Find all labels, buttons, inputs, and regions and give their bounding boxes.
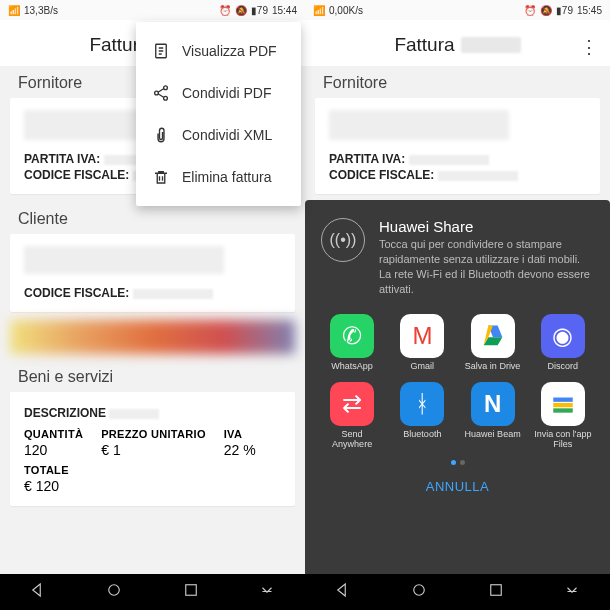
share-app-huawei-beam[interactable]: NHuawei Beam (462, 382, 524, 450)
share-app-discord[interactable]: ◉Discord (532, 314, 594, 372)
menu-share-xml[interactable]: Condividi XML (136, 114, 301, 156)
redacted-supplier (329, 110, 509, 140)
trash-icon (152, 168, 170, 186)
menu-label: Condividi PDF (182, 85, 271, 101)
attachment-icon (152, 126, 170, 144)
huawei-share-icon: ((•)) (321, 218, 365, 262)
status-bar: 📶 0,00K/s ⏰ 🔕 ▮79 15:45 (305, 0, 610, 20)
share-app-bluetooth[interactable]: ᚼBluetooth (391, 382, 453, 450)
nav-recents[interactable] (182, 581, 200, 603)
svg-point-4 (109, 585, 120, 596)
share-sheet: ((•)) Huawei Share Tocca qui per condivi… (305, 200, 610, 574)
huawei-share-row[interactable]: ((•)) Huawei Share Tocca qui per condivi… (321, 218, 594, 296)
alarm-icon: ⏰ (219, 5, 231, 16)
price-header: PREZZO UNITARIO (101, 428, 206, 440)
client-label: Cliente (0, 202, 305, 234)
battery-icon: ▮79 (556, 5, 573, 16)
goods-card: DESCRIZIONE QUANTITÀ120 PREZZO UNITARIO€… (10, 392, 295, 506)
nav-home[interactable] (105, 581, 123, 603)
discord-icon: ◉ (541, 314, 585, 358)
nav-recents[interactable] (487, 581, 505, 603)
svg-point-6 (414, 585, 425, 596)
status-bar: 📶 13,3B/s ⏰ 🔕 ▮79 15:44 (0, 0, 305, 20)
cancel-button[interactable]: ANNULLA (321, 465, 594, 500)
mute-icon: 🔕 (235, 5, 247, 16)
client-taxcode-line: CODICE FISCALE: (24, 286, 281, 300)
drive-icon (471, 314, 515, 358)
alarm-icon: ⏰ (524, 5, 536, 16)
total-value: € 120 (24, 478, 69, 494)
iva-header: IVA (224, 428, 256, 440)
battery-icon: ▮79 (251, 5, 268, 16)
share-app-files[interactable]: Invia con l'app Files (532, 382, 594, 450)
menu-view-pdf[interactable]: Visualizza PDF (136, 30, 301, 72)
share-app-gmail[interactable]: MGmail (391, 314, 453, 372)
menu-label: Elimina fattura (182, 169, 271, 185)
supplier-label: Fornitore (305, 66, 610, 98)
huawei-share-desc: Tocca qui per condividere o stampare rap… (379, 237, 594, 296)
nav-down[interactable] (258, 581, 276, 603)
goods-label: Beni e servizi (0, 360, 305, 392)
whatsapp-icon: ✆ (330, 314, 374, 358)
clock: 15:44 (272, 5, 297, 16)
description-label: DESCRIZIONE (24, 406, 281, 420)
redacted-color-bar (10, 320, 295, 354)
document-icon (152, 42, 170, 60)
vat-line: PARTITA IVA: (329, 152, 586, 166)
qty-value: 120 (24, 442, 83, 458)
menu-delete-invoice[interactable]: Elimina fattura (136, 156, 301, 198)
sendanywhere-icon: ⇄ (330, 382, 374, 426)
phone-left: 📶 13,3B/s ⏰ 🔕 ▮79 15:44 Fattura Fornitor… (0, 0, 305, 610)
redacted-invoice-id (461, 37, 521, 53)
svg-rect-5 (185, 585, 196, 596)
supplier-card: PARTITA IVA: CODICE FISCALE: (315, 98, 600, 194)
client-card: CODICE FISCALE: (10, 234, 295, 312)
share-app-drive[interactable]: Salva in Drive (462, 314, 524, 372)
files-icon (541, 382, 585, 426)
nfc-icon: N (471, 382, 515, 426)
data-rate: 0,00K/s (329, 5, 363, 16)
bluetooth-icon: ᚼ (400, 382, 444, 426)
nav-down[interactable] (563, 581, 581, 603)
iva-value: 22 % (224, 442, 256, 458)
menu-label: Condividi XML (182, 127, 272, 143)
share-icon (152, 84, 170, 102)
total-header: TOTALE (24, 464, 69, 476)
share-app-grid: ✆WhatsApp MGmail Salva in Drive ◉Discord… (321, 314, 594, 450)
signal-icon: 📶 (8, 5, 20, 16)
overflow-menu: Visualizza PDF Condividi PDF Condividi X… (136, 22, 301, 206)
svg-rect-7 (490, 585, 501, 596)
line-item-table: QUANTITÀ120 PREZZO UNITARIO€ 1 IVA22 % (24, 428, 281, 458)
mute-icon: 🔕 (540, 5, 552, 16)
overflow-button[interactable]: ⋮ (580, 36, 598, 58)
taxcode-line: CODICE FISCALE: (329, 168, 586, 182)
phone-right: 📶 0,00K/s ⏰ 🔕 ▮79 15:45 Fattura ⋮ Fornit… (305, 0, 610, 610)
nav-home[interactable] (410, 581, 428, 603)
page-title: Fattura (394, 34, 454, 56)
nav-back[interactable] (334, 581, 352, 603)
share-app-sendanywhere[interactable]: ⇄Send Anywhere (321, 382, 383, 450)
price-value: € 1 (101, 442, 206, 458)
android-navbar (305, 574, 610, 610)
nav-back[interactable] (29, 581, 47, 603)
menu-share-pdf[interactable]: Condividi PDF (136, 72, 301, 114)
gmail-icon: M (400, 314, 444, 358)
menu-label: Visualizza PDF (182, 43, 277, 59)
huawei-share-title: Huawei Share (379, 218, 594, 235)
app-header: Fattura ⋮ (305, 20, 610, 66)
clock: 15:45 (577, 5, 602, 16)
android-navbar (0, 574, 305, 610)
share-app-whatsapp[interactable]: ✆WhatsApp (321, 314, 383, 372)
qty-header: QUANTITÀ (24, 428, 83, 440)
redacted-client (24, 246, 224, 274)
data-rate: 13,3B/s (24, 5, 58, 16)
signal-icon: 📶 (313, 5, 325, 16)
